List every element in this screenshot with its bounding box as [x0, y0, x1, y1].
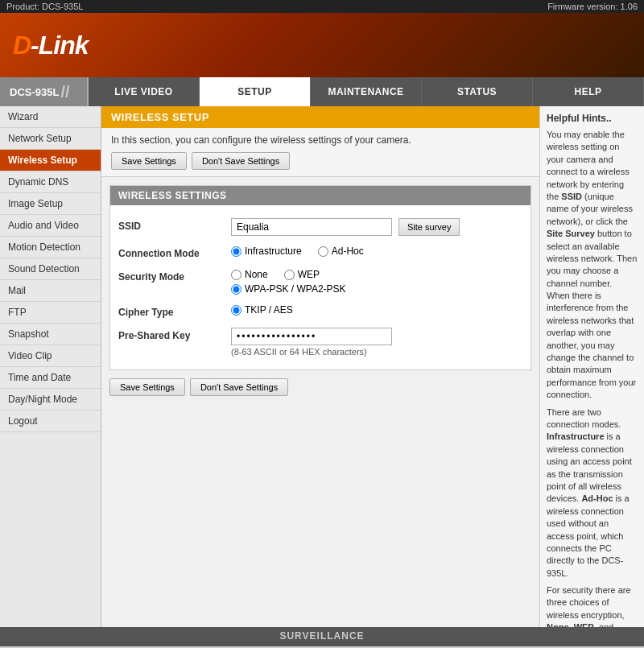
sidebar-item-time-date[interactable]: Time and Date	[0, 367, 101, 389]
radio-tkip-aes-input[interactable]	[231, 305, 242, 316]
tab-setup[interactable]: SETUP	[200, 77, 311, 106]
radio-none-label: None	[245, 269, 268, 280]
pre-shared-key-input[interactable]	[231, 328, 392, 345]
tab-live-video[interactable]: LIVE VIDEO	[89, 77, 200, 106]
hints-paragraph-2: There are two connection modes. Infrastr…	[547, 407, 638, 580]
hints-paragraph-3: For security there are three choices of …	[547, 584, 638, 627]
content-area: WIRELESS SETUP In this section, you can …	[101, 106, 644, 627]
ssid-row: SSID Site survey	[118, 213, 522, 241]
top-bar: Product: DCS-935L Firmware version: 1.06	[0, 0, 644, 13]
product-label: Product: DCS-935L	[6, 2, 83, 11]
logo: D-Link	[13, 31, 89, 60]
top-button-row: Save Settings Don't Save Settings	[111, 152, 530, 170]
hints-title: Helpful Hints..	[547, 113, 638, 124]
radio-none[interactable]: None	[231, 269, 268, 280]
content-main: WIRELESS SETUP In this section, you can …	[101, 106, 539, 627]
radio-infrastructure-label: Infrastructure	[245, 246, 302, 257]
pre-shared-key-value: (8-63 ASCII or 64 HEX characters)	[231, 328, 522, 357]
cipher-type-label: Cipher Type	[118, 304, 231, 318]
security-mode-value: None WEP WPA-PSK / WPA2-PSK	[231, 269, 522, 295]
sidebar-item-dynamic-dns[interactable]: Dynamic DNS	[0, 171, 101, 193]
radio-adhoc[interactable]: Ad-Hoc	[318, 246, 364, 257]
sidebar-item-video-clip[interactable]: Video Clip	[0, 345, 101, 367]
security-mode-label: Security Mode	[118, 269, 231, 283]
sidebar-item-ftp[interactable]: FTP	[0, 302, 101, 324]
radio-wpa-psk[interactable]: WPA-PSK / WPA2-PSK	[231, 283, 522, 295]
save-settings-top-button[interactable]: Save Settings	[111, 152, 187, 170]
cipher-type-row: Cipher Type TKIP / AES	[118, 299, 522, 323]
radio-tkip-aes[interactable]: TKIP / AES	[231, 304, 522, 316]
nav-slash: //	[60, 83, 69, 101]
pre-shared-key-row: Pre-Shared Key (8-63 ASCII or 64 HEX cha…	[118, 323, 522, 361]
footer-text: SURVEILLANCE	[279, 630, 364, 642]
ssid-value: Site survey	[231, 218, 522, 236]
cipher-type-value: TKIP / AES	[231, 304, 522, 316]
tab-maintenance[interactable]: MAINTENANCE	[311, 77, 422, 106]
radio-wpa-psk-label: WPA-PSK / WPA2-PSK	[245, 283, 346, 295]
sidebar-item-wizard[interactable]: Wizard	[0, 106, 101, 128]
radio-infrastructure[interactable]: Infrastructure	[231, 246, 302, 257]
settings-table: SSID Site survey Connection Mode	[110, 205, 530, 369]
firmware-label: Firmware version: 1.06	[547, 2, 638, 11]
dont-save-settings-bottom-button[interactable]: Don't Save Settings	[190, 378, 288, 396]
sidebar-item-mail[interactable]: Mail	[0, 280, 101, 302]
radio-wep[interactable]: WEP	[284, 269, 320, 280]
security-mode-radio-group: None WEP	[231, 269, 522, 280]
save-settings-bottom-button[interactable]: Save Settings	[109, 378, 185, 396]
page-header: WIRELESS SETUP	[101, 106, 539, 128]
sidebar-item-sound-detection[interactable]: Sound Detection	[0, 258, 101, 280]
page-description-area: In this section, you can configure the w…	[101, 128, 539, 177]
sidebar-item-wireless-setup[interactable]: Wireless Setup	[0, 150, 101, 171]
connection-mode-radio-group: Infrastructure Ad-Hoc	[231, 246, 522, 257]
sidebar-item-image-setup[interactable]: Image Setup	[0, 193, 101, 215]
sidebar-item-logout[interactable]: Logout	[0, 411, 101, 432]
radio-infrastructure-input[interactable]	[231, 246, 242, 257]
header: D-Link	[0, 13, 644, 77]
hints-panel: Helpful Hints.. You may enable the wirel…	[539, 106, 644, 627]
connection-mode-row: Connection Mode Infrastructure Ad-Hoc	[118, 241, 522, 264]
radio-wep-input[interactable]	[284, 270, 295, 280]
settings-section-header: WIRELESS SETTINGS	[110, 186, 530, 205]
ssid-input[interactable]	[231, 218, 392, 236]
navigation: DCS-935L // LIVE VIDEO SETUP MAINTENANCE…	[0, 77, 644, 106]
nav-tabs: LIVE VIDEO SETUP MAINTENANCE STATUS HELP	[89, 77, 644, 106]
ssid-label: SSID	[118, 218, 231, 232]
sidebar-item-network-setup[interactable]: Network Setup	[0, 128, 101, 150]
sidebar-item-motion-detection[interactable]: Motion Detection	[0, 237, 101, 258]
hints-paragraph-1: You may enable the wireless setting on y…	[547, 129, 638, 402]
sidebar-item-audio-video[interactable]: Audio and Video	[0, 215, 101, 237]
connection-mode-label: Connection Mode	[118, 246, 231, 259]
sidebar: Wizard Network Setup Wireless Setup Dyna…	[0, 106, 101, 627]
connection-mode-value: Infrastructure Ad-Hoc	[231, 246, 522, 257]
tab-help[interactable]: HELP	[533, 77, 644, 106]
radio-adhoc-input[interactable]	[318, 246, 328, 257]
tab-status[interactable]: STATUS	[422, 77, 533, 106]
footer: SURVEILLANCE	[0, 627, 644, 646]
radio-none-input[interactable]	[231, 270, 242, 280]
page-description: In this section, you can configure the w…	[111, 134, 411, 146]
site-survey-button[interactable]: Site survey	[398, 218, 460, 236]
sidebar-item-snapshot[interactable]: Snapshot	[0, 324, 101, 345]
page-title: WIRELESS SETUP	[111, 111, 530, 123]
radio-wpa-psk-input[interactable]	[231, 284, 242, 295]
radio-wep-label: WEP	[298, 269, 320, 280]
nav-brand: DCS-935L //	[0, 77, 89, 106]
wireless-settings-section: WIRELESS SETTINGS SSID Site survey Conne…	[109, 185, 531, 370]
pre-shared-key-hint: (8-63 ASCII or 64 HEX characters)	[231, 347, 522, 357]
bottom-button-row: Save Settings Don't Save Settings	[109, 378, 531, 396]
sidebar-item-day-night[interactable]: Day/Night Mode	[0, 389, 101, 411]
radio-adhoc-label: Ad-Hoc	[332, 246, 364, 257]
dont-save-settings-top-button[interactable]: Don't Save Settings	[192, 152, 290, 170]
main-layout: Wizard Network Setup Wireless Setup Dyna…	[0, 106, 644, 627]
security-mode-row: Security Mode None WEP	[118, 264, 522, 299]
radio-tkip-aes-label: TKIP / AES	[245, 304, 293, 316]
pre-shared-key-label: Pre-Shared Key	[118, 328, 231, 341]
